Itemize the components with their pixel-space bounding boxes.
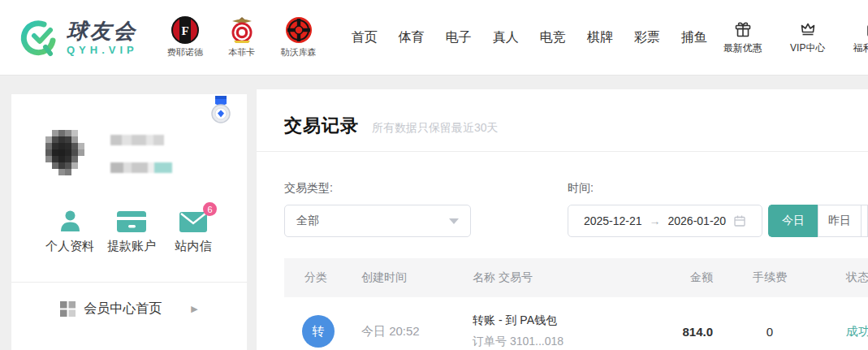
table-header-row: 分类 创建时间 名称 交易号 金额 手续费 状态 (284, 258, 868, 297)
page: 球友会 QYH.VIP F 费耶诺德 (0, 0, 868, 350)
nav-item-esports[interactable]: 电竞 (529, 21, 577, 54)
welfare-center-label: 福利中心 (853, 41, 868, 55)
title-row: 交易记录 所有数据只保留最近30天 (257, 89, 868, 138)
blurred-user-text (110, 135, 172, 173)
time-filter: 时间: 2025-12-21 → 2026-01-20 (568, 181, 868, 237)
header-name-txnid: 名称 交易号 (473, 270, 664, 285)
inbox-unread-badge: 6 (203, 202, 217, 216)
brand-logo-icon[interactable] (18, 16, 60, 58)
nav-item-fishing[interactable]: 捕鱼 (671, 21, 718, 54)
quick-links: 最新优惠 VIP中心 ¥ 福利中心 (718, 19, 868, 55)
range-arrow-icon: → (650, 214, 661, 227)
table-row[interactable]: 转 今日 20:52 转账 - 到 PA钱包 订单号 3101...018 81… (284, 297, 868, 350)
sidebar-shortcuts: 个人资料 提款账户 6 (11, 208, 247, 254)
club-leverkusen[interactable]: 勒沃库森 (276, 16, 322, 58)
vip-center-label: VIP中心 (790, 41, 825, 55)
shortcut-profile-label: 个人资料 (45, 239, 94, 254)
date-start-value: 2025-12-21 (584, 214, 642, 227)
club-feyenoord[interactable]: F 费耶诺德 (162, 16, 208, 58)
date-shortcut-buttons: 今日 昨日 (768, 205, 868, 237)
vip-center-link[interactable]: VIP中心 (783, 19, 833, 55)
transfer-category-icon: 转 (302, 315, 335, 348)
welfare-jar-icon: ¥ (863, 19, 868, 39)
person-icon (59, 210, 81, 232)
transaction-name: 转账 - 到 PA钱包 (473, 313, 664, 328)
club-benfica[interactable]: 本菲卡 (219, 16, 265, 58)
brand-tagline: QYH.VIP (67, 45, 138, 55)
transactions-table: 分类 创建时间 名称 交易号 金额 手续费 状态 转 今日 20:52 转账 -… (284, 258, 868, 350)
filters-row: 交易类型: 全部 时间: 2025-12-21 → 2026-01-20 (257, 181, 868, 237)
vip-level-medal-icon (209, 96, 232, 127)
club-name: 费耶诺德 (167, 46, 203, 58)
member-home-link[interactable]: 会员中心首页 ▶ (11, 283, 247, 335)
transaction-records-panel: 交易记录 所有数据只保留最近30天 交易类型: 全部 时间: 2025-12-2… (257, 89, 868, 350)
main-nav: 首页 体育 电子 真人 电竞 棋牌 彩票 捕鱼 (341, 21, 718, 54)
name-cell: 转账 - 到 PA钱包 订单号 3101...018 (473, 313, 664, 349)
nav-item-lottery[interactable]: 彩票 (624, 21, 671, 54)
shortcut-inbox[interactable]: 6 站内信 (162, 208, 224, 254)
club-name: 勒沃库森 (281, 46, 317, 58)
feyenoord-logo-icon: F (171, 16, 199, 44)
header-status: 状态 (827, 270, 868, 285)
nav-item-slots[interactable]: 电子 (435, 21, 482, 54)
top-navbar: 球友会 QYH.VIP F 费耶诺德 (0, 0, 868, 76)
nav-item-live[interactable]: 真人 (482, 21, 529, 54)
page-subtitle: 所有数据只保留最近30天 (372, 121, 499, 136)
nav-item-home[interactable]: 首页 (341, 21, 388, 54)
benfica-logo-icon (228, 16, 256, 44)
member-sidebar: 个人资料 提款账户 6 (11, 94, 247, 350)
chevron-right-icon: ▶ (191, 304, 197, 314)
welfare-center-link[interactable]: ¥ 福利中心 (848, 19, 868, 55)
calendar-icon (733, 214, 746, 227)
created-cell: 今日 20:52 (361, 324, 473, 339)
today-button[interactable]: 今日 (768, 205, 818, 237)
date-range-picker[interactable]: 2025-12-21 → 2026-01-20 (568, 205, 762, 237)
blurred-user-balance (110, 162, 172, 173)
transaction-order: 订单号 3101...018 (473, 335, 664, 349)
date-end-value: 2026-01-20 (668, 214, 727, 227)
brand-text[interactable]: 球友会 QYH.VIP (67, 20, 138, 55)
nav-item-chess[interactable]: 棋牌 (577, 21, 624, 54)
club-name: 本菲卡 (228, 46, 255, 58)
header-amount: 金额 (664, 270, 713, 285)
category-cell: 转 (284, 315, 361, 348)
title-divider (257, 151, 868, 152)
status-cell: 成功 (827, 324, 868, 339)
transaction-type-value: 全部 (296, 214, 449, 228)
header-fee: 手续费 (713, 270, 827, 285)
svg-text:F: F (181, 24, 188, 37)
member-home-label: 会员中心首页 (84, 300, 162, 318)
gift-icon (733, 19, 753, 39)
chevron-down-icon (449, 218, 459, 224)
page-title: 交易记录 (284, 114, 359, 138)
promotions-link[interactable]: 最新优惠 (718, 19, 768, 55)
grid-icon (60, 301, 76, 317)
shortcut-withdraw-account[interactable]: 提款账户 (101, 208, 162, 254)
header-created: 创建时间 (361, 270, 473, 285)
nav-item-sports[interactable]: 体育 (388, 21, 435, 54)
yesterday-button[interactable]: 昨日 (818, 205, 862, 237)
time-label: 时间: (568, 181, 868, 196)
shortcut-inbox-label: 站内信 (175, 239, 212, 254)
amount-cell: 814.0 (664, 325, 713, 339)
transaction-type-filter: 交易类型: 全部 (284, 181, 568, 237)
blurred-user-avatar[interactable] (45, 130, 89, 177)
fee-cell: 0 (713, 325, 827, 339)
shortcut-profile[interactable]: 个人资料 (39, 208, 101, 254)
leverkusen-logo-icon (285, 16, 313, 44)
crown-icon (798, 19, 818, 39)
blurred-username (110, 135, 172, 145)
clipped-range-button[interactable] (862, 205, 868, 237)
promotions-label: 最新优惠 (723, 41, 762, 55)
transaction-type-label: 交易类型: (284, 181, 568, 196)
transaction-type-select[interactable]: 全部 (284, 205, 471, 237)
bank-card-icon (117, 211, 146, 232)
shortcut-withdraw-label: 提款账户 (107, 239, 156, 254)
mail-icon (179, 212, 207, 232)
sponsor-clubs: F 费耶诺德 本菲卡 (162, 16, 322, 58)
header-category: 分类 (284, 270, 361, 285)
brand-name: 球友会 (67, 20, 138, 41)
